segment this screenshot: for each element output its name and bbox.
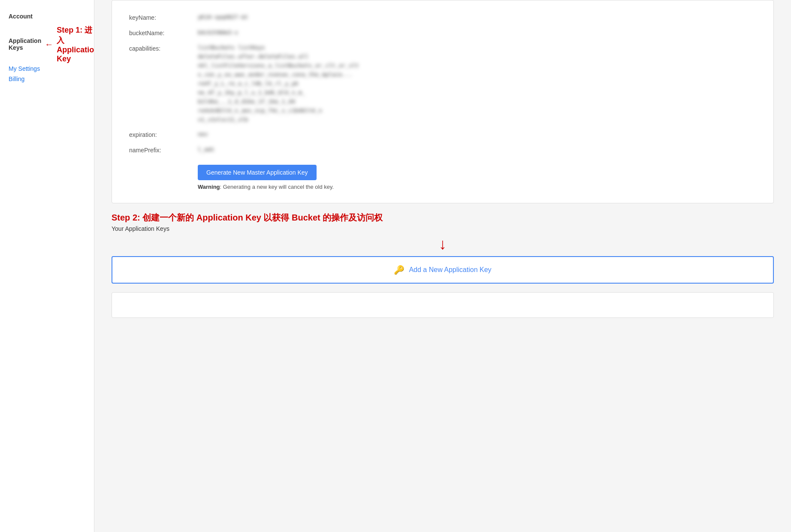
nameprefix-label: namePrefix: bbox=[129, 146, 198, 154]
keyname-value: yKiH-xpq4827-&t bbox=[198, 13, 756, 20]
capabilities-label: capabilities: bbox=[129, 44, 198, 52]
bottom-card bbox=[112, 292, 774, 318]
step2-annotation: Step 2: 创建一个新的 Application Key 以获得 Bucke… bbox=[112, 212, 774, 224]
arrow-down-container: ↓ bbox=[112, 236, 774, 252]
step1-annotation: Step 1: 进入 Application Key bbox=[57, 25, 99, 63]
sidebar: Account Application Keys ← Step 1: 进入 Ap… bbox=[0, 0, 94, 532]
expiration-value: nev bbox=[198, 130, 756, 137]
warning-bold: Warning bbox=[198, 184, 220, 190]
bucketname-row: bucketName: b4ck3tN4m3-x bbox=[129, 29, 756, 36]
capabilities-value: listBuckets listKeys deleteFiles.after.d… bbox=[198, 44, 756, 123]
warning-message: : Generating a new key will cancel the o… bbox=[220, 184, 334, 190]
generate-section: Generate New Master Application Key Warn… bbox=[198, 161, 756, 190]
your-keys-label: Your Application Keys bbox=[112, 225, 774, 232]
sidebar-heading: Account bbox=[9, 13, 85, 20]
key-icon: 🔑 bbox=[394, 265, 405, 275]
expiration-label: expiration: bbox=[129, 130, 198, 138]
nameprefix-row: namePrefix: l_m4t bbox=[129, 146, 756, 154]
keyname-row: keyName: yKiH-xpq4827-&t bbox=[129, 13, 756, 21]
sidebar-item-my-settings[interactable]: My Settings bbox=[9, 63, 85, 74]
capabilities-row: capabilities: listBuckets listKeys delet… bbox=[129, 44, 756, 123]
add-key-label: Add a New Application Key bbox=[409, 266, 491, 274]
bucketname-blurred: b4ck3tN4m3-x bbox=[198, 29, 238, 36]
key-details-card: keyName: yKiH-xpq4827-&t bucketName: b4c… bbox=[112, 0, 774, 203]
sidebar-item-billing[interactable]: Billing bbox=[9, 74, 85, 84]
expiration-row: expiration: nev bbox=[129, 130, 756, 138]
bucketname-value: b4ck3tN4m3-x bbox=[198, 29, 756, 36]
nameprefix-blurred: l_m4t bbox=[198, 146, 214, 153]
step2-section: Step 2: 创建一个新的 Application Key 以获得 Bucke… bbox=[112, 203, 774, 318]
nameprefix-value: l_m4t bbox=[198, 146, 756, 153]
expiration-blurred: nev bbox=[198, 131, 208, 137]
bucketname-label: bucketName: bbox=[129, 29, 198, 36]
main-content: keyName: yKiH-xpq4827-&t bucketName: b4c… bbox=[94, 0, 791, 532]
add-new-application-key-button[interactable]: 🔑 Add a New Application Key bbox=[112, 256, 774, 284]
step1-arrow-icon: ← bbox=[45, 39, 53, 49]
sidebar-item-application-keys[interactable]: Application Keys bbox=[9, 36, 41, 53]
warning-text: Warning: Generating a new key will cance… bbox=[198, 184, 756, 190]
keyname-label: keyName: bbox=[129, 13, 198, 21]
sidebar-app-keys-row: Application Keys ← Step 1: 进入 Applicatio… bbox=[9, 25, 85, 63]
generate-master-key-button[interactable]: Generate New Master Application Key bbox=[198, 165, 317, 180]
keyname-blurred: yKiH-xpq4827-&t bbox=[198, 14, 248, 20]
arrow-down-icon: ↓ bbox=[439, 236, 447, 252]
